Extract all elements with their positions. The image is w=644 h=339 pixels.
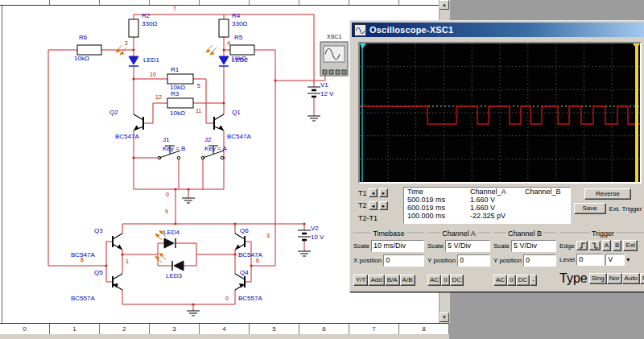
channel-a-yposition-field[interactable]: 0	[457, 254, 490, 267]
ground-symbols[interactable]	[182, 116, 320, 316]
resistors[interactable]	[77, 19, 254, 108]
channel-a-dc-button[interactable]: DC	[450, 275, 464, 286]
t2-t1-channel-a: -22.325 pV	[470, 212, 525, 220]
r2-label: R2	[142, 12, 150, 19]
q1-label: Q1	[232, 109, 241, 116]
trigger-b-button[interactable]: B	[613, 240, 621, 251]
node-9: 9	[165, 209, 168, 215]
node-0b: 0	[225, 296, 229, 302]
q2-label: Q2	[109, 109, 118, 116]
window-title: Oscilloscope-XSC1	[369, 25, 453, 35]
scope-grid	[360, 43, 640, 182]
node-0: 0	[166, 192, 169, 198]
channel-b-zero-button[interactable]: 0	[507, 275, 515, 286]
ruler-mark: 8	[399, 324, 449, 335]
timebase-xposition-field[interactable]: 0	[383, 254, 424, 267]
t2-channel-a: 1.660 V	[470, 204, 525, 212]
r3-label: R3	[171, 90, 179, 97]
dropdown-arrow-icon[interactable]: ▾	[626, 256, 630, 263]
led1-symbol[interactable]	[129, 56, 138, 66]
rising-edge-icon	[579, 242, 585, 249]
led3-label: LED3	[166, 272, 182, 279]
ruler-mark: 1	[50, 324, 100, 335]
xsc1-instrument-icon[interactable]	[320, 42, 348, 76]
scroll-up-arrow[interactable]: ▲	[440, 0, 449, 10]
yt-mode-button[interactable]: Y/T	[353, 275, 368, 286]
ruler-gap	[0, 334, 449, 339]
r6-value: 10kΩ	[74, 55, 89, 62]
channel-b-scale-field[interactable]: 5 V/Div	[511, 240, 556, 252]
t2-label: T2	[358, 201, 367, 209]
channel-a-ac-button[interactable]: AC	[427, 275, 441, 286]
t2-right-arrow-button[interactable]: ►	[379, 201, 388, 210]
scroll-down-arrow[interactable]: ▼	[440, 312, 449, 322]
trigger-level-field[interactable]: 0	[576, 254, 604, 266]
channel-b-ac-button[interactable]: AC	[493, 275, 507, 286]
q5-type: BC557A	[71, 295, 95, 302]
add-mode-button[interactable]: Add	[368, 275, 384, 286]
timebase-group: Timebase Scale 10 ms/Div X position 0 Y/…	[352, 229, 426, 288]
trigger-level-unit-select[interactable]: V	[605, 254, 625, 266]
channel-a-scale-field[interactable]: 5 V/Div	[445, 240, 490, 252]
time-column-header: Time	[407, 188, 470, 196]
channel-b-title: Channel B	[508, 229, 542, 238]
ba-mode-button[interactable]: B/A	[385, 275, 400, 286]
t2-left-arrow-button[interactable]: ◄	[369, 201, 378, 210]
scope-display	[358, 42, 642, 184]
ruler-mark: 7	[349, 324, 399, 335]
channel-a-column-header: Channel_A	[470, 188, 525, 196]
node-7: 7	[173, 6, 176, 12]
t1-right-arrow-button[interactable]: ►	[379, 188, 388, 197]
rising-edge-icon-button[interactable]	[576, 241, 588, 250]
trigger-none-button[interactable]: None	[640, 273, 644, 284]
t2-readout-row: 600.019 ms 1.660 V	[404, 204, 570, 212]
oscilloscope-titlebar[interactable]: Oscilloscope-XSC1	[352, 23, 644, 37]
led3-symbol[interactable]	[172, 261, 184, 271]
channel-b-invert-button[interactable]: -	[530, 275, 537, 286]
node-12: 12	[155, 94, 162, 101]
channel-b-column-header: Channel_B	[525, 188, 571, 196]
trigger-sing-button[interactable]: Sing	[589, 273, 607, 284]
t1-readout-row: 500.019 ms 1.660 V	[404, 196, 570, 204]
v1-value: 12 V	[320, 90, 333, 97]
battery-v2[interactable]	[298, 230, 311, 240]
ruler-mark: 2	[100, 324, 150, 335]
channel-b-yposition-field[interactable]: 0	[523, 254, 556, 267]
node-10: 10	[150, 72, 156, 78]
ruler-mark: 3	[150, 324, 200, 335]
falling-edge-icon-button[interactable]	[589, 241, 601, 250]
led1-label: LED1	[143, 56, 159, 64]
t2-t1-time: 100.000 ms	[407, 212, 470, 220]
reverse-button[interactable]: Reverse	[584, 188, 631, 200]
r3-value: 10kΩ	[170, 110, 185, 117]
j1-label: J1	[163, 136, 169, 143]
channel-a-zero-button[interactable]: 0	[441, 275, 449, 286]
channel-b-dc-button[interactable]: DC	[516, 275, 530, 286]
t2-t1-label: T2-T1	[358, 214, 378, 222]
ab-mode-button[interactable]: A/B	[400, 275, 415, 286]
led4-symbol[interactable]	[164, 238, 175, 248]
r4-value: 330Ω	[232, 20, 247, 27]
bottom-ruler: 0 1 2 3 4 5 6 7 8	[0, 323, 449, 335]
v2-label: V2	[311, 225, 319, 232]
trigger-a-button[interactable]: A	[602, 240, 611, 251]
battery-v1[interactable]	[308, 87, 320, 97]
t1-left-arrow-button[interactable]: ◄	[369, 188, 378, 197]
t2-t1-channel-b	[525, 212, 571, 220]
ruler-mark: 0	[0, 324, 50, 335]
readout-buttons: Reverse Save Ext. Trigger	[572, 187, 643, 224]
timebase-scale-field[interactable]: 10 ms/Div	[371, 240, 424, 252]
wires[interactable]	[48, 14, 325, 311]
trigger-level-label: Level	[559, 256, 575, 263]
v1-label: V1	[320, 81, 328, 89]
scope-screen-svg	[360, 43, 640, 182]
save-button[interactable]: Save	[574, 203, 606, 214]
trigger-edge-label: Edge	[559, 242, 575, 250]
cursor-time-box: T1 ◄ ► T2 ◄ ► T2-T1	[358, 187, 402, 224]
node-3: 3	[266, 233, 270, 239]
led2-symbol[interactable]	[219, 56, 229, 66]
trigger-nor-button[interactable]: Nor	[607, 273, 622, 284]
channel-b-scale-label: Scale	[493, 242, 510, 250]
trigger-ext-button[interactable]: Ext	[623, 240, 638, 251]
trigger-auto-button[interactable]: Auto	[622, 273, 640, 284]
